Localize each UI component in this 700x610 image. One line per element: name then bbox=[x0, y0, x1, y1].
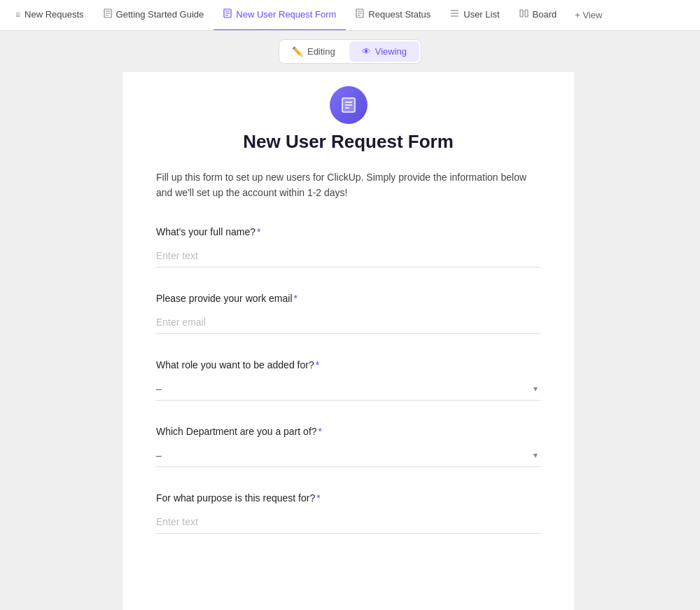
tab-bar: ≡ New Requests Getting Started Guide New… bbox=[0, 0, 700, 31]
status-icon bbox=[356, 8, 364, 20]
field-role: What role you want to be added for?* – A… bbox=[156, 359, 540, 401]
main-area: New User Request Form Fill up this form … bbox=[0, 72, 700, 610]
tab-request-status[interactable]: Request Status bbox=[346, 0, 440, 31]
view-toggle-bar: ✏️ Editing 👁 Viewing bbox=[0, 31, 700, 72]
sidebar-right bbox=[574, 72, 700, 610]
role-select[interactable]: – Admin Member Guest bbox=[156, 377, 540, 401]
full-name-input[interactable] bbox=[156, 244, 540, 268]
tab-new-requests[interactable]: ≡ New Requests bbox=[6, 0, 94, 31]
field-label-full-name: What's your full name?* bbox=[156, 226, 540, 237]
list-icon bbox=[450, 9, 459, 20]
svg-rect-15 bbox=[520, 10, 523, 17]
hamburger-icon: ≡ bbox=[15, 10, 20, 20]
form-icon bbox=[223, 8, 232, 20]
form-top-icon-area bbox=[122, 72, 574, 131]
form-description: Fill up this form to set up new users fo… bbox=[156, 169, 540, 201]
eye-icon: 👁 bbox=[362, 46, 371, 57]
field-purpose: For what purpose is this request for?* bbox=[156, 492, 540, 534]
board-icon bbox=[519, 9, 528, 20]
form-title: New User Request Form bbox=[156, 131, 540, 153]
field-label-role: What role you want to be added for?* bbox=[156, 359, 540, 370]
required-indicator: * bbox=[294, 293, 298, 304]
tab-board[interactable]: Board bbox=[510, 0, 567, 31]
field-full-name: What's your full name?* bbox=[156, 226, 540, 268]
required-indicator: * bbox=[316, 492, 320, 504]
tab-user-list[interactable]: User List bbox=[440, 0, 509, 31]
required-indicator: * bbox=[257, 226, 260, 237]
field-label-work-email: Please provide your work email* bbox=[156, 293, 540, 304]
work-email-input[interactable] bbox=[156, 311, 540, 334]
field-work-email: Please provide your work email* bbox=[156, 293, 540, 334]
required-indicator: * bbox=[316, 359, 319, 370]
form-content: New User Request Form Fill up this form … bbox=[122, 131, 574, 587]
role-select-wrapper: – Admin Member Guest ▾ bbox=[156, 377, 540, 401]
department-select-wrapper: – Engineering Marketing Sales HR ▾ bbox=[156, 444, 540, 467]
field-department: Which Department are you a part of?* – E… bbox=[156, 426, 540, 467]
required-indicator: * bbox=[318, 426, 322, 437]
tab-new-user-request[interactable]: New User Request Form bbox=[214, 0, 346, 31]
department-select[interactable]: – Engineering Marketing Sales HR bbox=[156, 444, 540, 467]
form-container: New User Request Form Fill up this form … bbox=[122, 72, 574, 610]
add-view-tab[interactable]: + View bbox=[566, 0, 610, 31]
tab-getting-started[interactable]: Getting Started Guide bbox=[94, 0, 214, 31]
field-label-purpose: For what purpose is this request for?* bbox=[156, 492, 540, 504]
doc-icon bbox=[104, 8, 112, 20]
editing-toggle[interactable]: ✏️ Editing bbox=[279, 41, 348, 62]
view-toggle: ✏️ Editing 👁 Viewing bbox=[279, 39, 421, 64]
form-icon-circle bbox=[330, 86, 368, 124]
sidebar-left bbox=[0, 72, 122, 610]
pencil-icon: ✏️ bbox=[292, 46, 303, 57]
svg-rect-16 bbox=[525, 10, 528, 17]
field-label-department: Which Department are you a part of?* bbox=[156, 426, 540, 437]
purpose-input[interactable] bbox=[156, 511, 540, 534]
viewing-toggle[interactable]: 👁 Viewing bbox=[349, 41, 419, 62]
